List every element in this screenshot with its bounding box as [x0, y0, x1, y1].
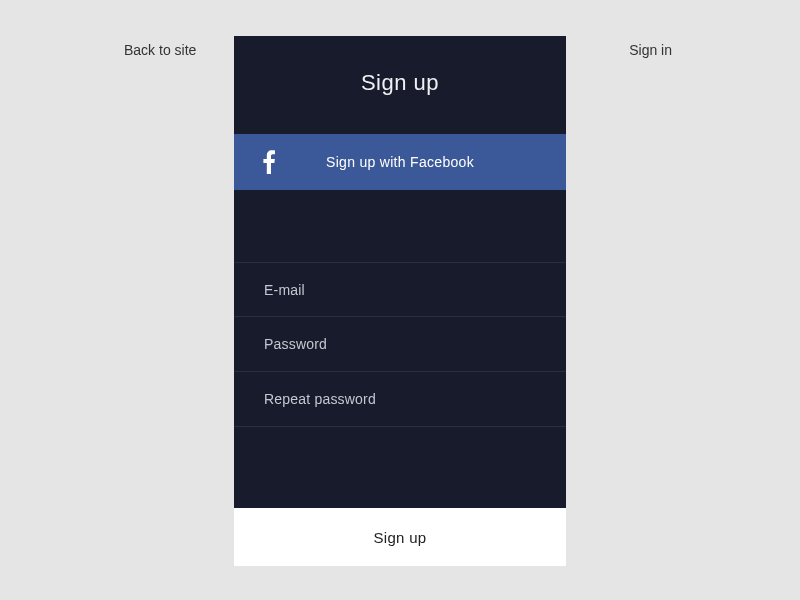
- password-field-row: [234, 317, 566, 372]
- back-to-site-link[interactable]: Back to site: [124, 42, 196, 58]
- signup-card: Sign up Sign up with Facebook Sign up: [234, 36, 566, 566]
- form-fields: [234, 262, 566, 427]
- repeat-password-field-row: [234, 372, 566, 427]
- card-title: Sign up: [234, 36, 566, 134]
- facebook-icon: [234, 150, 304, 174]
- facebook-signup-button[interactable]: Sign up with Facebook: [234, 134, 566, 190]
- password-input[interactable]: [262, 335, 538, 353]
- spacer: [234, 190, 566, 262]
- signup-submit-button[interactable]: Sign up: [234, 508, 566, 566]
- gap: [234, 427, 566, 508]
- sign-in-link[interactable]: Sign in: [629, 42, 672, 58]
- email-field-row: [234, 262, 566, 317]
- page: Back to site Sign in Sign up Sign up wit…: [0, 0, 800, 600]
- repeat-password-input[interactable]: [262, 390, 538, 408]
- facebook-signup-label: Sign up with Facebook: [304, 154, 566, 170]
- email-input[interactable]: [262, 281, 538, 299]
